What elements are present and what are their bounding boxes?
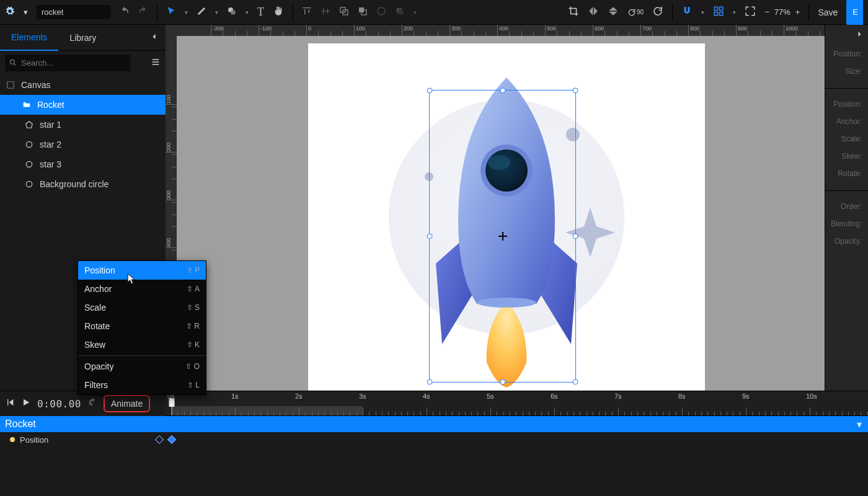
- ctx-shortcut: ⇧ P: [187, 266, 200, 275]
- undo-icon[interactable]: [120, 6, 130, 18]
- chevron-down-icon[interactable]: ▾: [857, 418, 862, 430]
- layer-label: star 3: [40, 159, 61, 169]
- right-position-label: Position:: [833, 50, 862, 58]
- layers-search-input[interactable]: [5, 55, 130, 71]
- ctx-shortcut: ⇧ A: [187, 285, 200, 293]
- svg-rect-8: [398, 9, 403, 14]
- list-icon[interactable]: [151, 57, 161, 69]
- keyframe-lane[interactable]: [165, 432, 868, 447]
- export-button[interactable]: E: [846, 0, 863, 25]
- more-caret-icon[interactable]: ▾: [215, 9, 218, 16]
- mask-icon[interactable]: [376, 6, 386, 18]
- ctx-label: Opacity: [84, 361, 113, 371]
- expand-right-icon[interactable]: [825, 25, 868, 38]
- magnet-icon[interactable]: [681, 6, 693, 19]
- app-gear-icon[interactable]: [5, 6, 15, 18]
- layer-star1[interactable]: star 1: [0, 115, 166, 135]
- loop-icon[interactable]: [87, 397, 97, 410]
- boolean-union-icon[interactable]: [339, 6, 349, 18]
- pen-tool-icon[interactable]: [197, 6, 206, 18]
- more-caret-icon[interactable]: ▾: [185, 9, 188, 16]
- rotate-icon[interactable]: [652, 6, 663, 19]
- tab-library[interactable]: Library: [58, 33, 107, 43]
- ctx-rotate[interactable]: Rotate ⇧ R: [78, 317, 206, 335]
- track-object-rocket[interactable]: Rocket ▾: [0, 416, 868, 432]
- resize-handle-se[interactable]: [573, 379, 578, 385]
- right-position2-label: Position:: [833, 100, 862, 108]
- resize-handle-nw[interactable]: [427, 88, 433, 94]
- ctx-skew[interactable]: Skew ⇧ K: [78, 335, 206, 354]
- align-middle-icon[interactable]: [321, 6, 330, 18]
- ctx-shortcut: ⇧ O: [185, 362, 200, 371]
- zoom-value: 77%: [774, 7, 790, 17]
- flip-v-icon[interactable]: [608, 6, 619, 19]
- more-caret-icon[interactable]: ▾: [733, 9, 736, 16]
- ctx-opacity[interactable]: Opacity ⇧ O: [78, 357, 206, 376]
- go-to-start-icon[interactable]: [5, 397, 15, 410]
- layer-canvas[interactable]: Canvas: [0, 75, 166, 95]
- track-object-label: Rocket: [5, 418, 36, 430]
- circle-icon: [25, 160, 33, 169]
- animate-button[interactable]: Animate: [104, 395, 150, 412]
- crop-icon[interactable]: [568, 6, 579, 19]
- layer-rocket[interactable]: Rocket: [0, 95, 166, 115]
- animate-context-menu: Position ⇧ P Anchor ⇧ A Scale ⇧ S Rotate…: [78, 260, 206, 395]
- svg-rect-12: [720, 12, 723, 16]
- stack-icon[interactable]: [395, 6, 405, 18]
- anchor-point-icon[interactable]: [498, 232, 507, 241]
- resize-handle-w[interactable]: [427, 234, 433, 239]
- grid-icon[interactable]: [713, 6, 724, 19]
- layer-bg-circle[interactable]: Background circle: [0, 174, 166, 194]
- resize-handle-sw[interactable]: [427, 379, 433, 385]
- resize-handle-ne[interactable]: [573, 88, 578, 94]
- svg-rect-1: [231, 11, 236, 15]
- layers-list: Canvas Rocket star 1 star 2 star 3 Backg…: [0, 75, 166, 194]
- ctx-position[interactable]: Position ⇧ P: [78, 261, 206, 280]
- resize-handle-e[interactable]: [573, 234, 578, 239]
- zoom-control[interactable]: − 77% +: [764, 7, 800, 17]
- right-opacity-label: Opacity:: [835, 237, 862, 246]
- save-button[interactable]: Save: [818, 7, 838, 17]
- more-caret-icon[interactable]: ▾: [414, 9, 417, 16]
- selection-box[interactable]: [429, 90, 576, 383]
- play-icon[interactable]: [21, 397, 31, 410]
- flip-h-icon[interactable]: [588, 6, 599, 19]
- keyframe-icon[interactable]: [167, 435, 176, 444]
- canvas-page[interactable]: [308, 43, 705, 391]
- right-rotate-label: Rotate:: [838, 169, 862, 178]
- text-tool-icon[interactable]: T: [257, 6, 264, 19]
- select-tool-icon[interactable]: [166, 6, 176, 19]
- align-top-icon[interactable]: [302, 6, 312, 18]
- timeline-panel: 0:00.00 Animate 0s1s2s3s4s5s6s7s8s9s10s …: [0, 391, 868, 496]
- zoom-out-icon[interactable]: −: [764, 7, 769, 17]
- tab-elements[interactable]: Elements: [0, 25, 58, 51]
- left-tabs: Elements Library: [0, 25, 166, 51]
- ctx-anchor[interactable]: Anchor ⇧ A: [78, 280, 206, 298]
- zoom-in-icon[interactable]: +: [795, 7, 800, 17]
- hand-tool-icon[interactable]: [273, 6, 284, 19]
- canvas-workspace[interactable]: -200-10001002003004005006007008009001000…: [166, 25, 825, 391]
- folder-icon: [22, 100, 31, 109]
- ctx-scale[interactable]: Scale ⇧ S: [78, 298, 206, 317]
- chevron-down-icon[interactable]: ▾: [24, 7, 28, 17]
- layer-star2[interactable]: star 2: [0, 135, 166, 154]
- right-scale-label: Scale:: [841, 135, 862, 143]
- rotate-90-icon[interactable]: 90: [627, 8, 644, 17]
- collapse-left-icon[interactable]: [151, 32, 166, 43]
- search-icon: [9, 58, 17, 67]
- boolean-subtract-icon[interactable]: [358, 6, 368, 18]
- ctx-shortcut: ⇧ R: [186, 322, 200, 330]
- track-property-label: Position: [20, 435, 48, 445]
- project-name-input[interactable]: [37, 5, 111, 19]
- timeline-ruler[interactable]: 0s1s2s3s4s5s6s7s8s9s10s: [165, 391, 868, 416]
- fullscreen-icon[interactable]: [745, 6, 756, 19]
- shape-tool-icon[interactable]: [227, 6, 237, 18]
- svg-point-17: [26, 161, 32, 167]
- layer-star3[interactable]: star 3: [0, 154, 166, 174]
- redo-icon[interactable]: [138, 6, 148, 18]
- resize-handle-s[interactable]: [500, 379, 505, 385]
- more-caret-icon[interactable]: ▾: [701, 9, 704, 16]
- resize-handle-n[interactable]: [500, 88, 505, 94]
- ctx-filters[interactable]: Filters ⇧ L: [78, 376, 206, 394]
- more-caret-icon[interactable]: ▾: [246, 9, 249, 16]
